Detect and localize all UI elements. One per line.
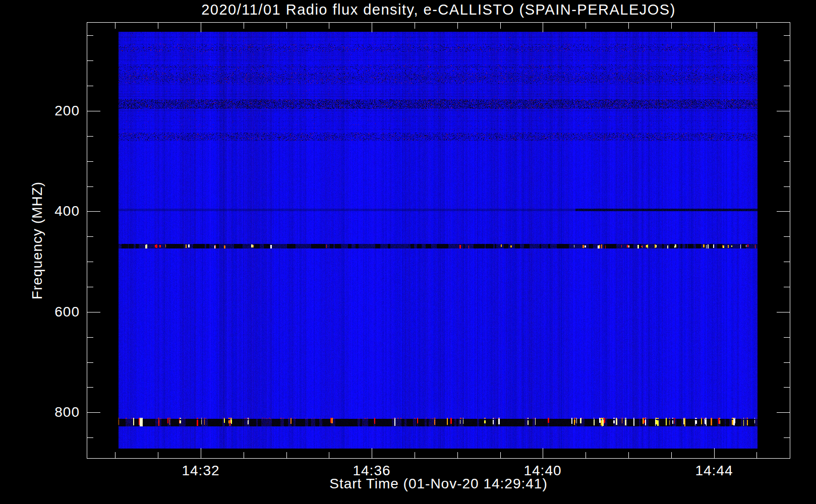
spectrogram-page: 2020/11/01 Radio flux density, e-CALLIST… (0, 0, 816, 504)
y-major-tick (777, 111, 790, 111)
x-minor-tick (628, 452, 629, 458)
x-minor-tick (115, 23, 115, 29)
y-minor-tick (784, 362, 790, 363)
x-minor-tick (586, 452, 586, 458)
y-minor-tick (784, 262, 790, 262)
y-minor-tick (87, 437, 93, 438)
x-tick-label: 14:32 (160, 463, 241, 479)
x-minor-tick (286, 452, 287, 458)
x-minor-tick (244, 23, 244, 29)
y-minor-tick (784, 437, 790, 438)
x-major-tick (543, 23, 543, 32)
y-minor-tick (784, 86, 790, 86)
y-minor-tick (784, 161, 790, 162)
x-minor-tick (286, 23, 287, 29)
y-major-tick (777, 412, 790, 413)
page-title: 2020/11/01 Radio flux density, e-CALLIST… (87, 2, 790, 18)
x-major-tick (714, 23, 715, 32)
y-major-tick (87, 312, 100, 312)
x-major-tick (543, 448, 543, 458)
y-minor-tick (784, 136, 790, 137)
x-minor-tick (628, 23, 629, 29)
y-minor-tick (87, 186, 93, 187)
x-minor-tick (244, 452, 244, 458)
y-minor-tick (87, 387, 93, 388)
y-minor-tick (784, 60, 790, 61)
x-minor-tick (500, 23, 501, 29)
x-tick-label: 14:40 (502, 463, 583, 479)
x-minor-tick (756, 452, 757, 458)
y-tick-label: 800 (27, 404, 80, 420)
y-major-tick (777, 312, 790, 312)
x-minor-tick (115, 452, 115, 458)
x-minor-tick (671, 23, 672, 29)
x-major-tick (372, 23, 372, 32)
x-tick-label: 14:36 (331, 463, 412, 479)
x-minor-tick (329, 452, 329, 458)
y-major-tick (87, 211, 100, 212)
x-major-tick (201, 23, 201, 32)
x-minor-tick (329, 23, 329, 29)
x-minor-tick (415, 452, 415, 458)
y-major-tick (777, 211, 790, 212)
y-tick-label: 400 (27, 203, 80, 219)
y-minor-tick (784, 387, 790, 388)
x-tick-label: 14:44 (674, 463, 754, 479)
y-major-tick (87, 412, 100, 413)
y-minor-tick (87, 136, 93, 137)
y-minor-tick (784, 35, 790, 36)
y-major-tick (87, 111, 100, 111)
y-minor-tick (784, 236, 790, 237)
y-minor-tick (87, 262, 93, 262)
y-minor-tick (87, 161, 93, 162)
y-tick-label: 600 (27, 304, 80, 320)
x-minor-tick (671, 452, 672, 458)
y-minor-tick (784, 186, 790, 187)
x-minor-tick (457, 23, 458, 29)
x-major-tick (201, 448, 201, 458)
x-minor-tick (457, 452, 458, 458)
y-minor-tick (87, 287, 93, 287)
x-minor-tick (756, 23, 757, 29)
x-minor-tick (158, 23, 158, 29)
x-minor-tick (415, 23, 415, 29)
y-minor-tick (87, 86, 93, 86)
y-minor-tick (87, 35, 93, 36)
y-minor-tick (87, 60, 93, 61)
y-tick-label: 200 (27, 103, 80, 119)
x-minor-tick (586, 23, 586, 29)
spectrogram-image (119, 32, 757, 449)
x-minor-tick (158, 452, 158, 458)
y-minor-tick (87, 337, 93, 338)
y-minor-tick (784, 287, 790, 287)
y-minor-tick (87, 362, 93, 363)
y-minor-tick (784, 337, 790, 338)
y-minor-tick (87, 236, 93, 237)
x-major-tick (372, 448, 372, 458)
x-major-tick (714, 448, 715, 458)
x-minor-tick (500, 452, 501, 458)
